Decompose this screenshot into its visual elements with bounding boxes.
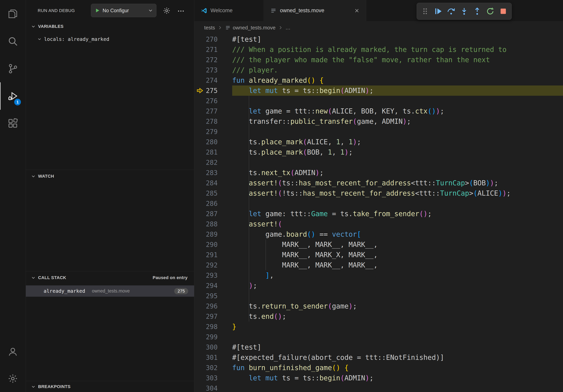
step-over-button[interactable] xyxy=(445,5,458,18)
debug-config-dropdown[interactable]: No Configur xyxy=(91,4,156,17)
gutter[interactable]: 285 xyxy=(194,188,232,198)
code-line-284[interactable]: 284 assert!(ts::has_most_recent_for_addr… xyxy=(194,178,563,188)
gutter[interactable]: 290 xyxy=(194,239,232,250)
code-editor[interactable]: 270#[test]271/// When a position is alre… xyxy=(194,34,563,392)
breadcrumb-item[interactable]: … xyxy=(285,25,291,31)
section-header-call-stack[interactable]: CALL STACK Paused on entry xyxy=(26,271,194,284)
gutter[interactable]: 299 xyxy=(194,332,232,342)
activity-item-explorer[interactable] xyxy=(0,0,26,27)
gutter[interactable]: 279 xyxy=(194,127,232,137)
more-actions-icon[interactable] xyxy=(177,7,185,15)
code-line-297[interactable]: 297 ts.end(); xyxy=(194,311,563,322)
code-line-274[interactable]: 274fun already_marked() { xyxy=(194,75,563,85)
gutter[interactable]: 283 xyxy=(194,168,232,178)
activity-item-source-control[interactable] xyxy=(0,55,26,82)
step-out-button[interactable] xyxy=(471,5,484,18)
code-line-275[interactable]: 275 let mut ts = ts::begin(ADMIN); xyxy=(194,85,563,96)
tab-owned_tests-move[interactable]: owned_tests.move xyxy=(264,0,366,21)
code-line-300[interactable]: 300#[test] xyxy=(194,342,563,352)
section-header-variables[interactable]: VARIABLES xyxy=(26,20,194,33)
code-line-282[interactable]: 282 xyxy=(194,157,563,168)
section-header-watch[interactable]: WATCH xyxy=(26,170,194,182)
code-line-278[interactable]: 278 transfer::public_transfer(game, ADMI… xyxy=(194,116,563,127)
gutter[interactable]: 271 xyxy=(194,44,232,55)
section-header-breakpoints[interactable]: BREAKPOINTS xyxy=(26,381,194,392)
code-line-286[interactable]: 286 xyxy=(194,198,563,209)
gutter[interactable]: 274 xyxy=(194,75,232,85)
code-line-290[interactable]: 290 MARK__, MARK__, MARK__, xyxy=(194,239,563,250)
gutter[interactable]: 295 xyxy=(194,291,232,301)
continue-button[interactable] xyxy=(432,5,445,18)
code-line-288[interactable]: 288 assert!( xyxy=(194,219,563,229)
gutter[interactable]: 289 xyxy=(194,229,232,239)
gutter[interactable]: 297 xyxy=(194,311,232,322)
activity-item-search[interactable] xyxy=(0,27,26,55)
gutter[interactable]: 280 xyxy=(194,137,232,147)
code-line-277[interactable]: 277 let game = ttt::new(ALICE, BOB, KEY,… xyxy=(194,106,563,116)
code-line-299[interactable]: 299 xyxy=(194,332,563,342)
code-line-295[interactable]: 295 xyxy=(194,291,563,301)
breadcrumb-item[interactable]: tests xyxy=(204,25,215,31)
gutter[interactable]: 270 xyxy=(194,34,232,44)
tab-welcome[interactable]: Welcome xyxy=(194,0,264,21)
drag-handle-button[interactable] xyxy=(419,5,431,18)
gutter[interactable]: 300 xyxy=(194,342,232,352)
gutter[interactable]: 277 xyxy=(194,106,232,116)
code-line-285[interactable]: 285 assert!(!ts::has_most_recent_for_add… xyxy=(194,188,563,198)
gutter[interactable]: 282 xyxy=(194,157,232,168)
activity-item-settings[interactable] xyxy=(0,365,26,392)
gutter[interactable]: 291 xyxy=(194,250,232,260)
code-line-301[interactable]: 301#[expected_failure(abort_code = ttt::… xyxy=(194,352,563,363)
code-line-289[interactable]: 289 game.board() == vector[ xyxy=(194,229,563,239)
gutter[interactable]: 273 xyxy=(194,65,232,75)
activity-item-run-and-debug[interactable]: 1 xyxy=(0,82,26,110)
code-line-292[interactable]: 292 MARK__, MARK__, MARK__, xyxy=(194,260,563,270)
restart-button[interactable] xyxy=(484,5,497,18)
code-line-294[interactable]: 294 ); xyxy=(194,280,563,291)
gear-icon[interactable] xyxy=(163,7,171,15)
gutter[interactable]: 301 xyxy=(194,352,232,363)
code-line-291[interactable]: 291 MARK__, MARK_X, MARK__, xyxy=(194,250,563,260)
code-line-298[interactable]: 298} xyxy=(194,322,563,332)
gutter[interactable]: 296 xyxy=(194,301,232,311)
step-into-button[interactable] xyxy=(458,5,471,18)
stop-button[interactable] xyxy=(497,5,510,18)
gutter[interactable]: 288 xyxy=(194,219,232,229)
code-line-303[interactable]: 303 let mut ts = ts::begin(ADMIN); xyxy=(194,373,563,383)
gutter[interactable]: 281 xyxy=(194,147,232,157)
call-stack-frame[interactable]: already_markedowned_tests.move275 xyxy=(26,285,194,297)
code-line-270[interactable]: 270#[test] xyxy=(194,34,563,44)
code-line-281[interactable]: 281 ts.place_mark(BOB, 1, 1); xyxy=(194,147,563,157)
code-line-279[interactable]: 279 xyxy=(194,127,563,137)
code-line-273[interactable]: 273/// player. xyxy=(194,65,563,75)
code-line-293[interactable]: 293 ], xyxy=(194,270,563,280)
code-line-276[interactable]: 276 xyxy=(194,96,563,106)
close-icon[interactable] xyxy=(354,8,360,14)
start-debugging-icon[interactable] xyxy=(94,8,100,13)
gutter[interactable]: 276 xyxy=(194,96,232,106)
code-line-287[interactable]: 287 let game: ttt::Game = ts.take_from_s… xyxy=(194,209,563,219)
code-line-283[interactable]: 283 ts.next_tx(ADMIN); xyxy=(194,168,563,178)
gutter[interactable]: 286 xyxy=(194,198,232,209)
gutter[interactable]: 275 xyxy=(194,85,232,96)
activity-item-account[interactable] xyxy=(0,338,26,365)
code-line-272[interactable]: 272/// the player who made the "false" m… xyxy=(194,55,563,65)
gutter[interactable]: 278 xyxy=(194,116,232,127)
gutter[interactable]: 298 xyxy=(194,322,232,332)
gutter[interactable]: 284 xyxy=(194,178,232,188)
gutter[interactable]: 272 xyxy=(194,55,232,65)
gutter[interactable]: 287 xyxy=(194,209,232,219)
gutter[interactable]: 303 xyxy=(194,373,232,383)
code-line-304[interactable]: 304 xyxy=(194,383,563,392)
code-line-302[interactable]: 302fun burn_unfinished_game() { xyxy=(194,363,563,373)
variables-scope-row[interactable]: locals: already_marked xyxy=(26,34,194,45)
code-line-280[interactable]: 280 ts.place_mark(ALICE, 1, 1); xyxy=(194,137,563,147)
activity-item-extensions[interactable] xyxy=(0,110,26,137)
code-line-296[interactable]: 296 ts.return_to_sender(game); xyxy=(194,301,563,311)
breadcrumb-item[interactable]: owned_tests.move xyxy=(225,25,276,31)
gutter[interactable]: 304 xyxy=(194,383,232,392)
gutter[interactable]: 292 xyxy=(194,260,232,270)
gutter[interactable]: 294 xyxy=(194,280,232,291)
code-line-271[interactable]: 271/// When a position is already marked… xyxy=(194,44,563,55)
gutter[interactable]: 293 xyxy=(194,270,232,280)
